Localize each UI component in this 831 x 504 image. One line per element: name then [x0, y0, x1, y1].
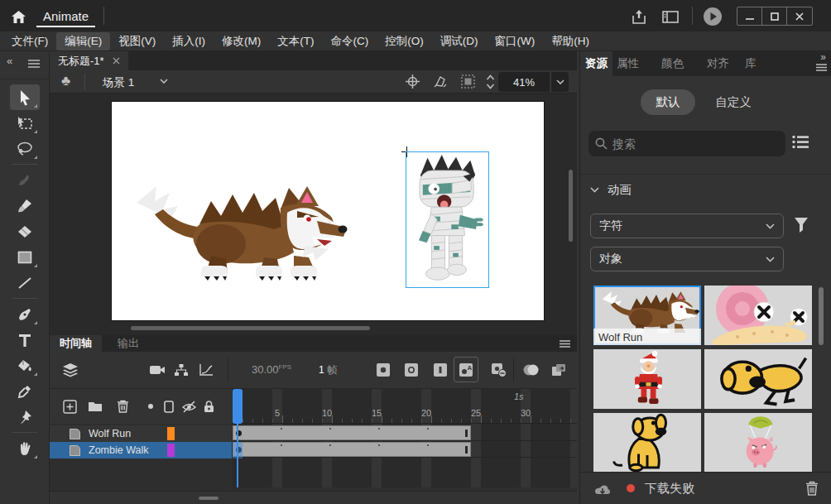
timeline-frames-area[interactable]: 1s 5 10 15 20 25 30 — [233, 389, 577, 487]
panel-scrollbar-thumb[interactable] — [819, 287, 824, 345]
camera-icon[interactable] — [148, 362, 166, 378]
maximize-button[interactable] — [762, 7, 787, 25]
share-button[interactable] — [629, 7, 649, 26]
highlight-layer-icon[interactable] — [142, 398, 159, 415]
cloud-download-icon[interactable] — [593, 482, 612, 496]
zoom-dropdown-button[interactable] — [550, 72, 569, 92]
mode-default-button[interactable]: 默认 — [641, 89, 695, 115]
rotate-view-icon[interactable] — [433, 74, 448, 89]
asset-tile-snail[interactable] — [704, 286, 812, 345]
current-frame-value[interactable]: 1 帧 — [319, 362, 338, 377]
auto-keyframe-button[interactable]: A — [454, 357, 478, 382]
menu-view[interactable]: 视图(V) — [110, 32, 164, 50]
mummy-character[interactable] — [407, 153, 488, 286]
filter-icon[interactable] — [794, 217, 809, 233]
panel-menu-icon[interactable] — [816, 64, 827, 71]
layer-name[interactable]: Wolf Run — [89, 428, 131, 439]
asset-tile-pig-parachute[interactable] — [704, 413, 812, 473]
subselection-tool-button[interactable] — [10, 110, 40, 136]
toolbar-menu-icon[interactable] — [28, 60, 40, 68]
mode-custom-button[interactable]: 自定义 — [706, 89, 761, 115]
clip-content-icon[interactable] — [461, 74, 475, 89]
center-stage-icon[interactable] — [406, 74, 420, 89]
section-animation[interactable]: 动画 — [590, 182, 632, 198]
rectangle-tool-button[interactable] — [10, 244, 40, 270]
expand-panel-icon[interactable]: » — [820, 51, 826, 63]
menu-control[interactable]: 控制(O) — [377, 32, 432, 50]
timeline-ruler[interactable]: 1s 5 10 15 20 25 30 — [233, 389, 577, 424]
insert-blank-keyframe-icon[interactable] — [402, 362, 420, 378]
hand-tool-button[interactable] — [10, 435, 40, 461]
test-movie-button[interactable] — [703, 7, 723, 26]
graph-editor-icon[interactable] — [197, 362, 215, 378]
lasso-tool-button[interactable] — [10, 136, 40, 161]
selection-bounding-box[interactable] — [406, 151, 489, 288]
menu-debug[interactable]: 调试(D) — [432, 32, 487, 50]
insert-keyframe-icon[interactable] — [374, 362, 392, 378]
classic-brush-tool-button[interactable] — [10, 193, 40, 218]
frame-row-wolf-run[interactable] — [233, 425, 577, 441]
stage[interactable] — [111, 101, 545, 321]
delete-layer-icon[interactable] — [114, 398, 131, 415]
asset-tile-dog-run[interactable] — [704, 349, 812, 409]
remove-frames-icon[interactable] — [490, 362, 508, 378]
scene-chevron-icon[interactable] — [160, 79, 168, 84]
list-view-icon[interactable] — [792, 135, 809, 149]
trash-icon[interactable] — [805, 481, 819, 496]
frame-span[interactable] — [233, 425, 471, 440]
lock-layers-icon[interactable] — [200, 398, 217, 415]
layer-row-zombie-walk[interactable]: Zombie Walk — [50, 442, 232, 458]
canvas-area[interactable] — [50, 94, 577, 335]
fluid-brush-tool-button[interactable] — [10, 167, 40, 193]
canvas-horizontal-scrollbar[interactable] — [131, 326, 370, 330]
pen-tool-button[interactable] — [10, 301, 40, 327]
menu-window[interactable]: 窗口(W) — [487, 32, 544, 50]
app-tab-animate[interactable]: Animate — [36, 6, 95, 27]
layer-name[interactable]: Zombie Walk — [89, 444, 148, 456]
text-tool-button[interactable] — [10, 327, 40, 353]
hide-layers-icon[interactable] — [180, 398, 197, 415]
zoom-stepper[interactable] — [486, 74, 495, 90]
layer-color-swatch[interactable] — [167, 444, 175, 457]
outline-view-icon[interactable] — [161, 398, 177, 415]
tab-properties[interactable]: 属性 — [612, 51, 644, 76]
timeline-scrollbar-thumb[interactable] — [199, 497, 219, 500]
document-tab[interactable]: 无标题-1* — [50, 51, 128, 70]
insert-frame-icon[interactable] — [431, 362, 449, 378]
frame-span[interactable] — [233, 442, 471, 457]
onion-skin-icon[interactable] — [521, 362, 540, 378]
asset-warp-tool-button[interactable] — [10, 404, 40, 430]
hierarchy-icon[interactable] — [172, 362, 190, 378]
new-folder-icon[interactable] — [87, 398, 103, 415]
tab-assets[interactable]: 资源 — [580, 51, 612, 76]
home-button[interactable] — [8, 7, 28, 26]
eyedropper-tool-button[interactable] — [10, 378, 40, 404]
menu-file[interactable]: 文件(F) — [3, 32, 56, 50]
new-layer-icon[interactable] — [61, 398, 78, 415]
zoom-level-field[interactable]: 41% — [498, 72, 550, 92]
tab-align[interactable]: 对齐 — [702, 51, 734, 76]
menu-commands[interactable]: 命令(C) — [323, 32, 377, 50]
frame-rate-value[interactable]: 30.00FPS — [252, 363, 291, 376]
menu-text[interactable]: 文本(T) — [269, 32, 322, 50]
playhead[interactable] — [233, 389, 243, 424]
menu-help[interactable]: 帮助(H) — [543, 32, 598, 50]
asset-tile-dog-sit[interactable] — [593, 413, 701, 473]
tab-timeline[interactable]: 时间轴 — [50, 335, 102, 352]
tab-library[interactable]: 库 — [740, 51, 761, 76]
asset-search[interactable] — [588, 131, 785, 156]
layer-color-swatch[interactable] — [167, 427, 175, 440]
paint-bucket-tool-button[interactable] — [10, 353, 40, 378]
menu-insert[interactable]: 插入(I) — [164, 32, 214, 50]
asset-tile-santa[interactable] — [593, 349, 701, 409]
asset-tile-wolf-run[interactable]: Wolf Run — [593, 286, 701, 345]
eraser-tool-button[interactable] — [10, 218, 40, 244]
frame-row-zombie-walk[interactable] — [233, 441, 577, 458]
selection-tool-button[interactable] — [10, 84, 40, 110]
symbol-club-icon[interactable]: ♣ — [61, 73, 70, 89]
minimize-button[interactable] — [737, 7, 762, 25]
menu-edit[interactable]: 编辑(E) — [56, 32, 110, 50]
document-close-icon[interactable] — [113, 57, 120, 65]
search-input[interactable] — [612, 137, 779, 151]
wolf-character[interactable] — [118, 173, 350, 281]
